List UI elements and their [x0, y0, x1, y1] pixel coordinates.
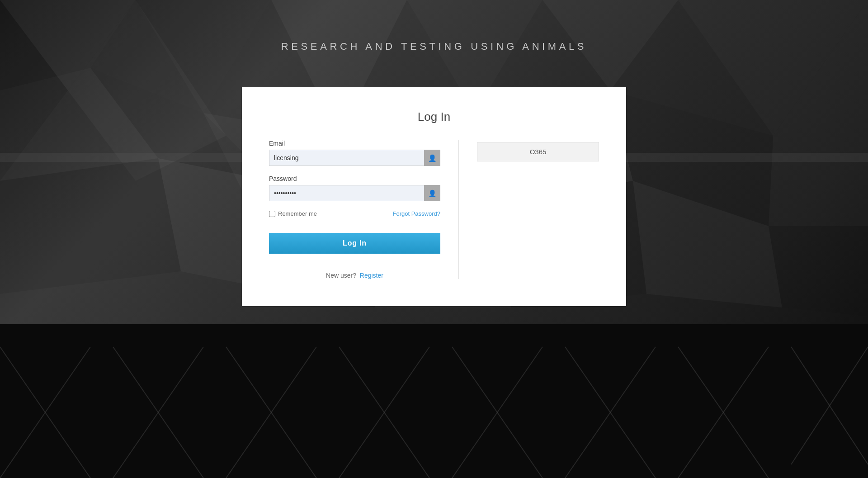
- o365-button[interactable]: O365: [477, 142, 599, 161]
- login-card: Log In Email 👤 Password 👤: [242, 87, 626, 306]
- email-input[interactable]: [269, 150, 440, 166]
- background-bottom: [0, 324, 868, 478]
- password-label: Password: [269, 175, 440, 182]
- password-input[interactable]: [269, 185, 440, 201]
- new-user-text: New user?: [326, 272, 356, 279]
- email-group: Email 👤: [269, 140, 440, 166]
- password-input-wrapper: 👤: [269, 185, 440, 201]
- email-label: Email: [269, 140, 440, 147]
- svg-marker-22: [769, 226, 868, 317]
- bottom-pattern: [0, 324, 868, 478]
- login-body: Email 👤 Password 👤: [269, 140, 599, 279]
- login-sso-section: O365: [459, 140, 599, 279]
- register-link[interactable]: Register: [360, 272, 383, 279]
- remember-me-checkbox[interactable]: [269, 211, 275, 217]
- password-group: Password 👤: [269, 175, 440, 201]
- login-heading: Log In: [269, 110, 599, 124]
- form-options: Remember me Forgot Password?: [269, 210, 440, 217]
- password-icon[interactable]: 👤: [424, 185, 440, 201]
- svg-marker-16: [0, 158, 181, 294]
- login-form-section: Email 👤 Password 👤: [269, 140, 459, 279]
- remember-me-label[interactable]: Remember me: [269, 210, 317, 217]
- email-icon[interactable]: 👤: [424, 150, 440, 166]
- page-title: RESEARCH AND TESTING USING ANIMALS: [0, 0, 868, 52]
- forgot-password-link[interactable]: Forgot Password?: [393, 210, 441, 217]
- register-section: New user? Register: [269, 272, 440, 279]
- login-button[interactable]: Log In: [269, 233, 440, 254]
- email-input-wrapper: 👤: [269, 150, 440, 166]
- remember-me-text: Remember me: [278, 210, 317, 217]
